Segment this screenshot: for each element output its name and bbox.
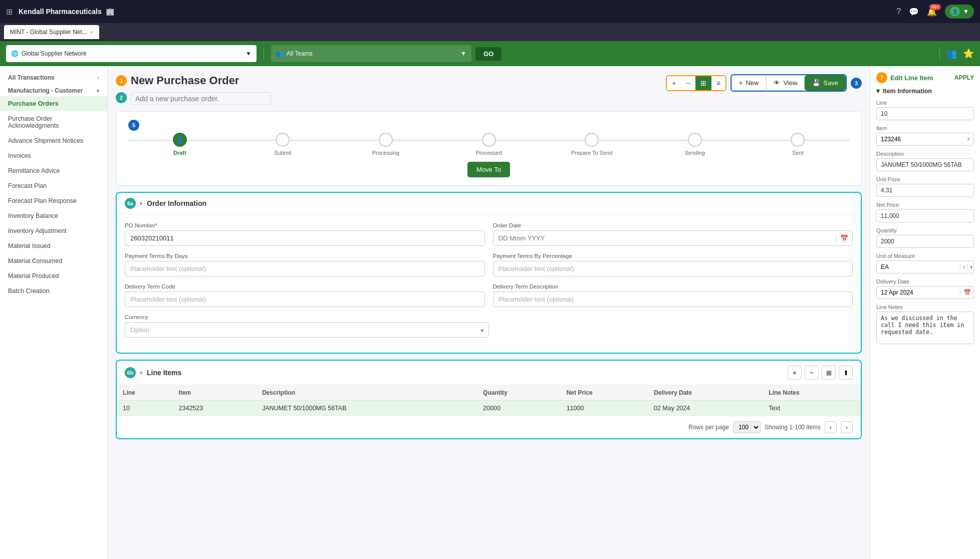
right-line-notes-label: Line Notes (876, 304, 974, 310)
sidebar-item-po-ack[interactable]: Purchase Order Acknowledgments (0, 111, 107, 133)
table-grid-btn[interactable]: ⊞ (822, 366, 836, 380)
prev-page-btn[interactable]: ‹ (825, 421, 837, 433)
right-net-price-label: Net Price (876, 202, 974, 208)
right-item-input[interactable] (877, 133, 964, 145)
new-label: New (746, 79, 759, 87)
sidebar-item-label: Batch Creation (8, 288, 50, 295)
step-badge-2: 2 (116, 92, 127, 103)
sidebar-item-invoices[interactable]: Invoices (0, 148, 107, 163)
step-circle-processing (379, 133, 393, 147)
payment-pct-label: Payment Terms By Percentage (493, 253, 853, 259)
currency-select[interactable]: Option (125, 322, 489, 338)
sidebar-item-material-issued[interactable]: Material Issued (0, 238, 107, 253)
sidebar-item-forecast-plan[interactable]: Forecast Plan (0, 178, 107, 193)
notification-badge: 99+ (929, 4, 941, 10)
order-date-label: Order Date (493, 222, 853, 228)
right-description-input[interactable] (876, 158, 974, 171)
sidebar-item-asn[interactable]: Advance Shipment Notices (0, 133, 107, 148)
right-line-label: Line (876, 100, 974, 106)
save-icon: 💾 (812, 79, 820, 87)
chevron-collapse-lines[interactable]: ▾ (140, 370, 143, 376)
sidebar-item-remittance[interactable]: Remittance Advice (0, 163, 107, 178)
delivery-code-input[interactable] (125, 292, 485, 307)
step-circle-sending (688, 133, 702, 147)
delivery-desc-input[interactable] (493, 292, 853, 307)
po-number-input[interactable] (125, 230, 485, 246)
page-title: 1 New Purchase Order (116, 74, 271, 87)
sidebar-item-inventory-adjustment[interactable]: Inventory Adjustment (0, 223, 107, 238)
right-line-input[interactable] (876, 107, 974, 120)
order-date-input[interactable] (494, 231, 836, 245)
col-item: Item (173, 385, 257, 401)
right-line-notes-textarea[interactable]: As we discussed in the call I need this … (876, 312, 974, 344)
sidebar-section-manufacturing[interactable]: Manufacturing - Customer ▾ (0, 83, 107, 96)
right-uom-chevron[interactable]: ▾ (967, 264, 974, 270)
sidebar-item-label: Material Consumed (8, 257, 62, 264)
payment-pct-input[interactable] (493, 261, 853, 276)
table-row[interactable]: 10 2342523 JANUMET 50/1000MG 56TAB 20000… (117, 401, 861, 416)
right-unit-price-input[interactable] (876, 184, 974, 197)
teams-selector[interactable]: 👥 All Teams ▼ (271, 45, 471, 62)
page-subtitle-input[interactable] (131, 92, 271, 105)
right-calendar-icon[interactable]: 📅 (960, 289, 974, 296)
notification-icon[interactable]: 🔔 99+ (927, 7, 937, 17)
star-icon[interactable]: ⭐ (963, 48, 974, 59)
sidebar-section-all-transactions[interactable]: All Transactions › (0, 70, 107, 83)
po-number-group: PO Number* (125, 222, 485, 246)
form-row-2: Payment Terms By Days Payment Terms By P… (125, 253, 853, 276)
payment-days-input[interactable] (125, 261, 485, 276)
global-search[interactable]: 🌐 Global Supplier Network ▼ (6, 45, 257, 62)
chat-icon[interactable]: 💬 (909, 7, 919, 17)
sidebar-item-purchase-orders[interactable]: Purchase Orders (0, 96, 107, 111)
right-quantity-label: Quantity (876, 227, 974, 233)
table-remove-btn[interactable]: − (805, 366, 819, 380)
sidebar-item-inventory-balance[interactable]: Inventory Balance (0, 208, 107, 223)
top-bar: ⊞ Kendall Pharmaceuticals 🏢 ? 💬 🔔 99+ 👤 … (0, 0, 980, 23)
help-icon[interactable]: ? (896, 7, 901, 16)
grid-view-btn[interactable]: ⊞ (695, 76, 711, 90)
item-info-section-header[interactable]: ▾ Item Information (876, 87, 974, 95)
calendar-icon[interactable]: 📅 (836, 234, 852, 242)
active-tab[interactable]: MINT - Global Supplier Net... × (4, 25, 99, 39)
right-panel-header: 7 Edit Line Item APPLY (876, 72, 974, 83)
user-menu[interactable]: 👤 ▼ (945, 5, 974, 19)
sidebar-item-forecast-response[interactable]: Forecast Plan Response (0, 193, 107, 208)
list-view-btn[interactable]: ≡ (711, 76, 725, 90)
sidebar-item-material-produced[interactable]: Material Produced (0, 268, 107, 284)
right-quantity-input[interactable] (876, 235, 974, 248)
item-info-title: Item Information (883, 88, 932, 95)
user-chevron: ▼ (963, 8, 969, 15)
right-net-price-input[interactable] (876, 209, 974, 222)
new-button[interactable]: + New (731, 75, 767, 91)
people-icon[interactable]: 👥 (946, 48, 957, 59)
add-icon-btn[interactable]: + (667, 76, 681, 90)
go-button[interactable]: GO (475, 47, 502, 61)
table-add-btn[interactable]: + (788, 366, 802, 380)
apply-button[interactable]: APPLY (954, 74, 974, 81)
toolbar-right: + − ⊞ ≡ + New 👁 View 💾 (666, 74, 862, 92)
cell-line-notes: Text (763, 401, 861, 416)
tab-close-icon[interactable]: × (90, 30, 93, 35)
next-page-btn[interactable]: › (841, 421, 853, 433)
right-delivery-date-input[interactable] (877, 287, 960, 299)
sidebar-item-label: Material Issued (8, 242, 51, 249)
cell-quantity: 20000 (477, 401, 561, 416)
table-export-btn[interactable]: ⬆ (839, 366, 853, 380)
right-item-clear-icon[interactable]: × (964, 136, 973, 143)
manufacturing-label: Manufacturing - Customer (8, 87, 83, 94)
grid-icon: ⊞ (6, 7, 13, 17)
sidebar-item-batch-creation[interactable]: Batch Creation (0, 284, 107, 299)
view-button[interactable]: 👁 View (766, 75, 805, 91)
item-info-chevron: ▾ (876, 87, 880, 95)
sidebar-item-material-consumed[interactable]: Material Consumed (0, 253, 107, 268)
save-button[interactable]: 💾 Save (805, 75, 846, 91)
right-uom-input[interactable] (877, 261, 960, 273)
chevron-collapse-order[interactable]: ▾ (140, 200, 143, 207)
top-bar-icons: ? 💬 🔔 99+ 👤 ▼ (896, 5, 974, 19)
move-to-button[interactable]: Move To (467, 162, 510, 177)
rows-per-page-select[interactable]: 100 (733, 421, 761, 433)
order-date-group: Order Date 📅 (493, 222, 853, 246)
right-uom-clear-icon[interactable]: × (960, 264, 967, 270)
right-description-group: Description (876, 151, 974, 171)
remove-icon-btn[interactable]: − (681, 76, 695, 90)
